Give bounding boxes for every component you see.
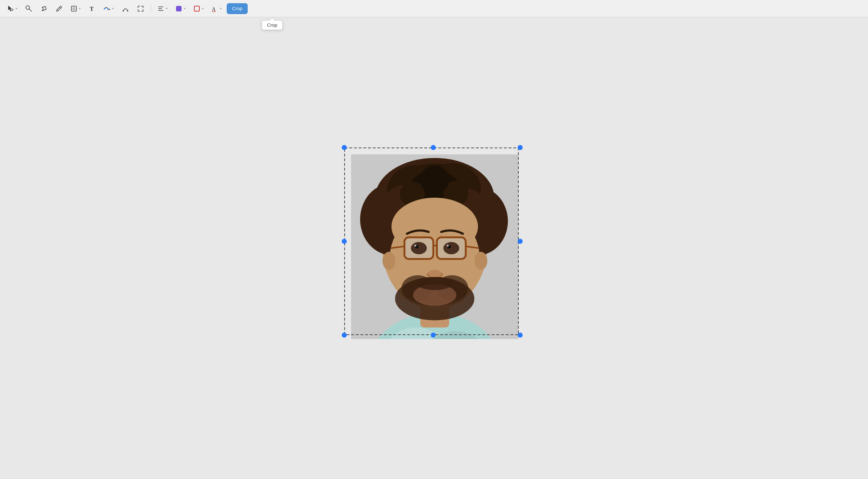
crop-handle-tr[interactable] — [518, 145, 523, 150]
crop-handle-bl[interactable] — [342, 333, 347, 338]
crop-handle-ml[interactable] — [342, 239, 347, 244]
svg-point-48 — [420, 165, 449, 194]
crop-handle-mr[interactable] — [518, 239, 523, 244]
svg-point-70 — [417, 277, 453, 290]
crop-handle-bc[interactable] — [431, 333, 436, 338]
svg-point-7 — [42, 6, 43, 8]
svg-rect-9 — [71, 6, 76, 11]
stroke-button[interactable]: ▼ — [191, 2, 207, 15]
crop-button[interactable]: Crop — [227, 3, 248, 14]
svg-point-13 — [107, 8, 108, 9]
crop-handle-tl[interactable] — [342, 145, 347, 150]
crop-handle-br[interactable] — [518, 333, 523, 338]
svg-line-8 — [59, 7, 61, 8]
svg-point-62 — [414, 245, 416, 247]
crop-tooltip: Crop — [262, 20, 283, 30]
svg-point-52 — [474, 252, 487, 270]
svg-point-14 — [123, 10, 124, 12]
expand-button[interactable] — [134, 2, 147, 15]
svg-text:A: A — [212, 6, 216, 12]
svg-rect-0 — [12, 9, 13, 10]
crop-handle-tc[interactable] — [431, 145, 436, 150]
photo-image — [351, 154, 518, 339]
svg-point-10 — [73, 8, 75, 10]
align-button[interactable]: ▼ — [155, 2, 170, 15]
person-face-svg — [351, 154, 518, 339]
magic-wand-button[interactable] — [22, 2, 35, 15]
svg-text:T: T — [90, 6, 94, 12]
pen-tool-button[interactable] — [37, 2, 50, 15]
svg-point-2 — [26, 6, 30, 9]
canvas-area — [0, 17, 868, 479]
svg-point-51 — [382, 252, 395, 270]
svg-point-59 — [443, 242, 459, 254]
text-tool-button[interactable]: T — [86, 2, 99, 15]
canvas-content — [344, 147, 524, 349]
svg-rect-21 — [194, 6, 199, 11]
shape-tool-button[interactable]: ▼ — [68, 2, 84, 15]
svg-rect-20 — [177, 6, 181, 11]
toolbar: ▼ ▼ T — [0, 0, 868, 17]
svg-point-63 — [447, 245, 449, 247]
font-button[interactable]: A ▼ — [209, 2, 225, 15]
svg-point-15 — [127, 10, 128, 12]
toolbar-separator-1 — [151, 4, 151, 13]
select-tool-button[interactable]: ▼ — [4, 2, 20, 15]
svg-point-58 — [411, 242, 427, 254]
pencil-tool-button[interactable] — [53, 2, 66, 15]
path-edit-button[interactable]: ▼ — [101, 2, 117, 15]
blend-tool-button[interactable] — [119, 2, 132, 15]
fill-color-button[interactable]: ▼ — [173, 2, 189, 15]
svg-line-1 — [29, 9, 32, 12]
svg-point-12 — [104, 8, 105, 9]
